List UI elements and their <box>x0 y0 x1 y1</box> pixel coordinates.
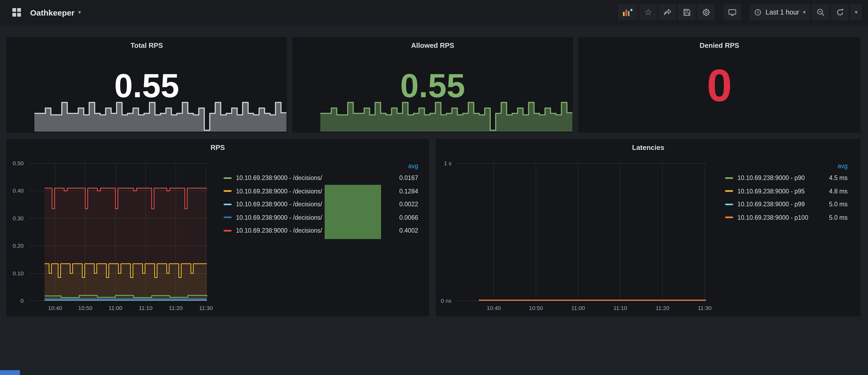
legend-row[interactable]: 10.10.69.238:9000 - p1005.0 ms <box>725 211 847 224</box>
rps-chart[interactable]: 00.100.200.300.400.5010:4010:5011:0011:1… <box>6 155 217 316</box>
legend-avg-value: 4.5 ms <box>817 175 847 181</box>
legend-series-color-icon <box>224 230 231 231</box>
panel-title-total-rps[interactable]: Total RPS <box>6 41 287 50</box>
latencies-legend: avg 10.10.69.238:9000 - p904.5 ms10.10.6… <box>725 161 847 224</box>
svg-text:11:30: 11:30 <box>199 305 213 311</box>
svg-text:11:20: 11:20 <box>169 305 183 311</box>
panel-title-rps[interactable]: RPS <box>6 144 429 152</box>
share-button[interactable] <box>659 4 676 21</box>
svg-text:11:00: 11:00 <box>571 305 585 311</box>
legend-avg-value: 4.8 ms <box>817 188 847 194</box>
legend-series-color-icon <box>725 177 733 179</box>
tv-icon <box>728 8 737 17</box>
star-button[interactable]: ☆ <box>639 4 657 21</box>
rps-legend: avg 10.10.69.238:9000 - /decisions/0.016… <box>224 161 418 237</box>
legend-series-label[interactable]: 10.10.69.238:9000 - /decisions/ <box>236 175 384 181</box>
refresh-button[interactable] <box>831 4 849 21</box>
legend-avg-value: 0.1284 <box>388 188 418 194</box>
cycle-view-button[interactable] <box>724 4 741 21</box>
refresh-interval-dropdown[interactable]: ▾ <box>850 4 862 21</box>
dashboard-title: Oathkeeper <box>30 8 74 17</box>
grid-icon-glyph <box>11 7 22 18</box>
legend-series-color-icon <box>224 204 231 205</box>
settings-button[interactable] <box>698 4 715 21</box>
svg-text:11:30: 11:30 <box>698 305 712 311</box>
dashboard-title-button[interactable]: Oathkeeper ▾ <box>30 8 81 17</box>
legend-series-color-icon <box>224 190 231 192</box>
svg-text:0.40: 0.40 <box>12 187 24 194</box>
navbar-left: Oathkeeper ▾ <box>6 4 81 21</box>
panel-allowed-rps: Allowed RPS 0.55 <box>292 36 574 133</box>
legend-avg-value: 0.0167 <box>388 175 418 181</box>
legend-rows: 10.10.69.238:9000 - p904.5 ms10.10.69.23… <box>725 171 847 224</box>
legend-series-label[interactable]: 10.10.69.238:9000 - p90 <box>737 175 813 181</box>
latencies-chart[interactable]: 0 ns1 s10:4010:5011:0011:1011:2011:30 <box>436 155 715 316</box>
svg-text:1 s: 1 s <box>444 160 452 166</box>
time-range-label: Last 1 hour <box>766 9 799 16</box>
grafana-dashboard: Oathkeeper ▾ ☆ <box>0 0 868 375</box>
legend-avg-value: 0.4002 <box>388 227 418 234</box>
legend-series-label[interactable]: 10.10.69.238:9000 - p99 <box>737 201 813 208</box>
add-panel-icon <box>623 8 633 17</box>
svg-text:11:20: 11:20 <box>656 305 670 311</box>
clock-icon <box>754 9 762 16</box>
sparkline-total-rps <box>34 100 286 132</box>
add-panel-button[interactable] <box>618 4 638 21</box>
panel-title-denied-rps[interactable]: Denied RPS <box>578 41 861 50</box>
svg-text:0.20: 0.20 <box>12 243 24 249</box>
svg-text:0.10: 0.10 <box>12 270 24 276</box>
svg-text:11:10: 11:10 <box>614 305 627 311</box>
share-icon <box>663 8 672 17</box>
chevron-down-icon: ▾ <box>855 10 858 15</box>
svg-text:11:00: 11:00 <box>108 305 122 311</box>
legend-series-label[interactable]: 10.10.69.238:9000 - p100 <box>737 214 813 221</box>
stat-value-denied-rps: 0 <box>578 63 861 108</box>
chevron-down-icon: ▾ <box>78 10 81 15</box>
legend-rows: 10.10.69.238:9000 - /decisions/0.016710.… <box>224 171 418 237</box>
svg-text:0.50: 0.50 <box>12 160 24 166</box>
grid-icon[interactable] <box>7 4 25 21</box>
svg-text:10:40: 10:40 <box>487 305 501 311</box>
legend-series-color-icon <box>725 190 733 192</box>
time-range-picker[interactable]: Last 1 hour ▾ <box>750 4 810 21</box>
panel-title-allowed-rps[interactable]: Allowed RPS <box>292 41 573 50</box>
legend-row[interactable]: 10.10.69.238:9000 - /decisions/0.4002 <box>224 224 418 237</box>
panel-title-latencies[interactable]: Latencies <box>436 144 861 152</box>
legend-series-color-icon <box>224 217 231 218</box>
bottom-left-blue-box <box>0 370 20 375</box>
chevron-down-icon: ▾ <box>803 10 806 15</box>
save-button[interactable] <box>678 4 696 21</box>
svg-text:0: 0 <box>21 298 24 304</box>
legend-avg-value: 5.0 ms <box>817 201 847 208</box>
svg-text:10:40: 10:40 <box>48 305 62 311</box>
legend-avg-header[interactable]: avg <box>725 161 847 171</box>
stat-value-total-rps: 0.55 <box>6 69 287 103</box>
legend-series-color-icon <box>725 217 733 218</box>
legend-row[interactable]: 10.10.69.238:9000 - p995.0 ms <box>725 198 847 211</box>
svg-text:10:50: 10:50 <box>78 305 92 311</box>
legend-avg-value: 0.0066 <box>388 214 418 221</box>
zoom-out-button[interactable] <box>812 4 829 21</box>
navbar: Oathkeeper ▾ ☆ <box>0 0 868 25</box>
legend-row[interactable]: 10.10.69.238:9000 - p954.8 ms <box>725 185 847 198</box>
legend-row[interactable]: 10.10.69.238:9000 - /decisions/0.0022 <box>224 198 418 211</box>
green-overlay-box <box>324 185 381 239</box>
refresh-icon <box>835 8 844 17</box>
legend-avg-value: 5.0 ms <box>817 214 847 221</box>
svg-text:11:10: 11:10 <box>139 305 152 311</box>
legend-row[interactable]: 10.10.69.238:9000 - p904.5 ms <box>725 171 847 185</box>
legend-series-label[interactable]: 10.10.69.238:9000 - p95 <box>737 188 813 194</box>
stat-value-allowed-rps: 0.55 <box>292 69 573 103</box>
legend-avg-header[interactable]: avg <box>224 161 418 171</box>
save-icon <box>683 8 691 17</box>
star-icon: ☆ <box>644 8 652 17</box>
legend-series-color-icon <box>725 204 733 205</box>
sparkline-allowed-rps <box>320 100 572 132</box>
panel-denied-rps: Denied RPS 0 <box>578 36 861 133</box>
panel-latencies: Latencies 0 ns1 s10:4010:5011:0011:1011:… <box>435 138 861 317</box>
svg-text:10:50: 10:50 <box>529 305 543 311</box>
legend-row[interactable]: 10.10.69.238:9000 - /decisions/0.0167 <box>224 171 418 185</box>
zoom-out-icon <box>816 8 825 17</box>
legend-row[interactable]: 10.10.69.238:9000 - /decisions/0.0066 <box>224 211 418 224</box>
legend-row[interactable]: 10.10.69.238:9000 - /decisions/0.1284 <box>224 185 418 198</box>
